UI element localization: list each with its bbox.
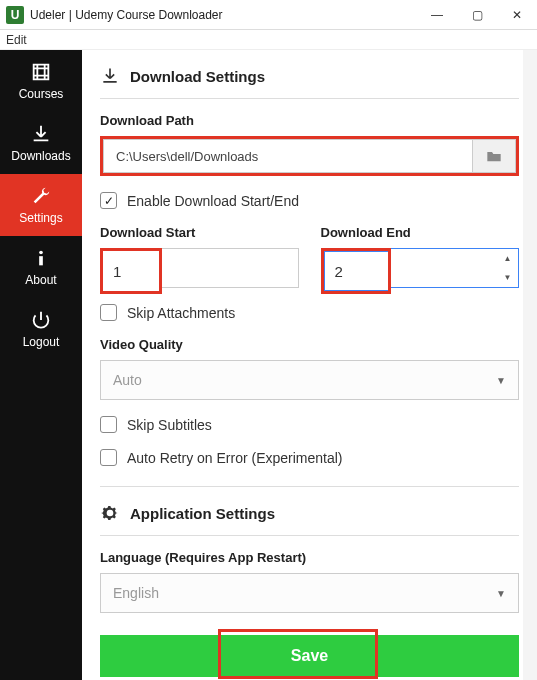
app-icon: U <box>6 6 24 24</box>
titlebar-title: Udeler | Udemy Course Downloader <box>30 8 417 22</box>
chevron-down-icon: ▼ <box>496 375 506 386</box>
sidebar-item-downloads[interactable]: Downloads <box>0 112 82 174</box>
sidebar-label: Downloads <box>11 149 70 163</box>
chevron-down-icon: ▼ <box>496 588 506 599</box>
download-path-input[interactable] <box>103 139 472 173</box>
skip-attachments-label: Skip Attachments <box>127 305 235 321</box>
sidebar-label: Logout <box>23 335 60 349</box>
video-quality-value: Auto <box>113 372 142 388</box>
sidebar-label: Settings <box>19 211 62 225</box>
close-button[interactable]: ✕ <box>497 0 537 30</box>
download-end-label: Download End <box>321 225 520 240</box>
app-settings-header: Application Settings <box>100 487 519 536</box>
sidebar-item-settings[interactable]: Settings <box>0 174 82 236</box>
auto-retry-row[interactable]: Auto Retry on Error (Experimental) <box>100 449 519 466</box>
info-icon <box>30 247 52 269</box>
download-settings-heading: Download Settings <box>130 68 265 85</box>
film-icon <box>30 61 52 83</box>
sidebar-label: Courses <box>19 87 64 101</box>
download-start-label: Download Start <box>100 225 299 240</box>
skip-subtitles-checkbox[interactable] <box>100 416 117 433</box>
skip-attachments-checkbox[interactable] <box>100 304 117 321</box>
auto-retry-checkbox[interactable] <box>100 449 117 466</box>
menubar: Edit <box>0 30 537 50</box>
sidebar: Courses Downloads Settings About Logout <box>0 50 82 680</box>
enable-start-end-row[interactable]: Enable Download Start/End <box>100 192 519 209</box>
minimize-button[interactable]: — <box>417 0 457 30</box>
language-value: English <box>113 585 159 601</box>
browse-button[interactable] <box>472 139 516 173</box>
download-end-spinner[interactable]: ▲ ▼ <box>497 248 519 288</box>
power-icon <box>30 309 52 331</box>
auto-retry-label: Auto Retry on Error (Experimental) <box>127 450 343 466</box>
sidebar-item-about[interactable]: About <box>0 236 82 298</box>
main-panel: Download Settings Download Path Enable D… <box>82 50 537 680</box>
spinner-down-icon[interactable]: ▼ <box>497 268 518 287</box>
svg-point-0 <box>39 251 43 255</box>
app-settings-heading: Application Settings <box>130 505 275 522</box>
download-start-input-rest[interactable] <box>162 248 299 288</box>
scrollbar[interactable] <box>523 50 537 680</box>
maximize-button[interactable]: ▢ <box>457 0 497 30</box>
sidebar-item-logout[interactable]: Logout <box>0 298 82 360</box>
download-end-input[interactable] <box>324 251 388 291</box>
sidebar-label: About <box>25 273 56 287</box>
titlebar: U Udeler | Udemy Course Downloader — ▢ ✕ <box>0 0 537 30</box>
enable-start-end-label: Enable Download Start/End <box>127 193 299 209</box>
video-quality-select[interactable]: Auto ▼ <box>100 360 519 400</box>
download-path-row <box>100 136 519 176</box>
skip-attachments-row[interactable]: Skip Attachments <box>100 304 519 321</box>
download-start-input[interactable] <box>103 251 159 291</box>
download-icon <box>100 66 120 86</box>
sidebar-item-courses[interactable]: Courses <box>0 50 82 112</box>
skip-subtitles-row[interactable]: Skip Subtitles <box>100 416 519 433</box>
gear-icon <box>100 503 120 523</box>
download-icon <box>30 123 52 145</box>
spinner-up-icon[interactable]: ▲ <box>497 249 518 268</box>
download-settings-header: Download Settings <box>100 50 519 99</box>
skip-subtitles-label: Skip Subtitles <box>127 417 212 433</box>
folder-icon <box>486 149 502 163</box>
save-button[interactable]: Save <box>100 635 519 677</box>
video-quality-label: Video Quality <box>100 337 519 352</box>
enable-start-end-checkbox[interactable] <box>100 192 117 209</box>
wrench-icon <box>30 185 52 207</box>
menu-edit[interactable]: Edit <box>6 33 27 47</box>
language-select[interactable]: English ▼ <box>100 573 519 613</box>
download-path-label: Download Path <box>100 113 519 128</box>
language-label: Language (Requires App Restart) <box>100 550 519 565</box>
svg-rect-1 <box>39 256 43 265</box>
